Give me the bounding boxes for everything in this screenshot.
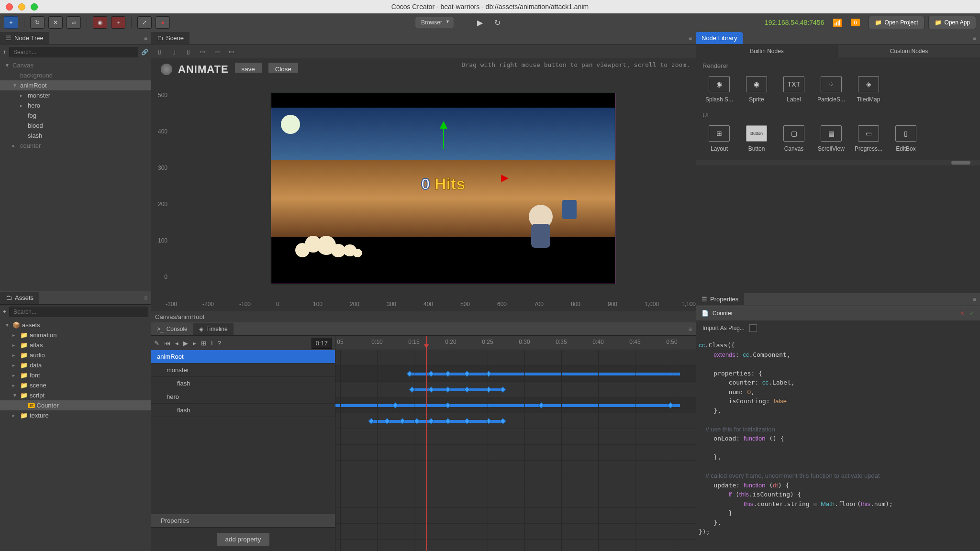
timeline-track[interactable] xyxy=(335,397,696,413)
library-item[interactable]: ⊞Layout xyxy=(701,121,738,156)
assets-tab[interactable]: 🗀 Assets xyxy=(0,292,39,304)
align-left-icon[interactable]: ▯ xyxy=(154,46,165,57)
asset-item[interactable]: ▸📁 atlas xyxy=(0,340,151,350)
asset-item[interactable]: ▸📁 data xyxy=(0,360,151,370)
panel-menu-icon[interactable]: ≡ xyxy=(973,35,976,42)
asset-item[interactable]: ▸📁 texture xyxy=(0,410,151,420)
asset-item[interactable]: JS Counter xyxy=(0,400,151,410)
add-property-button[interactable]: add property xyxy=(216,532,270,546)
rewind-icon[interactable]: ⏮ xyxy=(164,340,170,347)
panel-menu-icon[interactable]: ≡ xyxy=(144,295,147,301)
asset-item[interactable]: ▸📁 scene xyxy=(0,380,151,390)
asset-item[interactable]: ▸📁 animation xyxy=(0,330,151,340)
tree-item[interactable]: ▸hero xyxy=(0,100,151,110)
preview-target-select[interactable]: Browser xyxy=(415,17,454,28)
scene-viewport[interactable]: ANIMATE save Close Drag with right mouse… xyxy=(151,58,696,311)
keyframe[interactable] xyxy=(445,402,451,408)
panel-menu-icon[interactable]: ≡ xyxy=(973,296,976,303)
refresh-icon[interactable]: ↻ xyxy=(30,16,45,29)
align-hcenter-icon[interactable]: ▯ xyxy=(168,46,179,57)
timeline-time[interactable]: 0:17 xyxy=(312,338,332,349)
play-icon[interactable]: ▶ xyxy=(477,18,483,27)
next-frame-icon[interactable]: ▸ xyxy=(193,340,196,347)
timeline-ruler[interactable]: 050:100:150:200:250:300:350:400:450:50 xyxy=(335,336,696,350)
notification-badge[interactable]: 0 xyxy=(851,19,859,26)
add-asset-icon[interactable]: + xyxy=(3,309,6,315)
keyframe[interactable] xyxy=(384,418,390,424)
library-item[interactable]: ▤ScrollView xyxy=(813,121,850,156)
asset-root[interactable]: ▼📦 assets xyxy=(0,320,151,330)
keyframe[interactable] xyxy=(445,386,451,393)
reload-icon[interactable]: ↻ xyxy=(494,18,501,27)
open-project-button[interactable]: 📁Open Project xyxy=(869,16,924,29)
align-right-icon[interactable]: ▯ xyxy=(183,46,193,57)
library-item[interactable]: ◈TiledMap xyxy=(850,72,887,107)
timeline-track[interactable] xyxy=(335,413,696,429)
timeline-tab[interactable]: ◈ Timeline xyxy=(193,323,234,335)
keyframe[interactable] xyxy=(407,371,413,377)
gizmo-x-arrow[interactable] xyxy=(501,175,512,182)
tool-scale-icon[interactable]: ⤢ xyxy=(137,16,152,29)
keyframe[interactable] xyxy=(445,371,451,377)
keyframe[interactable] xyxy=(414,418,420,424)
node-tree-search[interactable] xyxy=(9,47,138,57)
tree-item[interactable]: fog xyxy=(0,110,151,121)
import-plugin-checkbox[interactable] xyxy=(749,324,757,332)
timeline-row[interactable]: flash xyxy=(151,404,335,417)
keyframe[interactable] xyxy=(486,371,492,377)
confirm-icon[interactable]: ✓ xyxy=(969,310,974,317)
keyframe[interactable] xyxy=(486,386,492,393)
asset-item[interactable]: ▼📁 script xyxy=(0,390,151,400)
tree-item[interactable]: ▼Canvas xyxy=(0,60,151,70)
open-app-button[interactable]: 📁Open App xyxy=(928,16,976,29)
crop-icon[interactable]: ✕ xyxy=(48,16,63,29)
add-button[interactable]: + xyxy=(4,16,18,29)
keyframe[interactable] xyxy=(500,418,506,424)
properties-tab[interactable]: ☰ Properties xyxy=(696,293,744,305)
tool-point-icon[interactable]: ◉ xyxy=(93,16,107,29)
timeline-track[interactable] xyxy=(335,350,696,366)
library-item[interactable]: ◉Splash S... xyxy=(701,72,738,107)
tree-item[interactable]: ▸monster xyxy=(0,90,151,100)
event-icon[interactable]: I xyxy=(211,340,213,347)
tree-item[interactable]: blood xyxy=(0,121,151,131)
node-library-tab[interactable]: Node Library xyxy=(696,32,743,44)
panel-menu-icon[interactable]: ≡ xyxy=(689,326,692,332)
edit-icon[interactable]: ✎ xyxy=(154,340,159,347)
tree-item[interactable]: ▸counter xyxy=(0,141,151,151)
keyframe[interactable] xyxy=(445,418,451,424)
library-item[interactable]: ⁘ParticleS... xyxy=(813,72,850,107)
tree-item[interactable]: slash xyxy=(0,131,151,141)
assets-search[interactable] xyxy=(9,307,148,317)
library-item[interactable]: ▯EditBox xyxy=(887,121,924,156)
custom-nodes-tab[interactable]: Custom Nodes xyxy=(838,45,980,57)
panel-menu-icon[interactable]: ≡ xyxy=(689,35,692,42)
library-item[interactable]: TXTLabel xyxy=(775,72,813,107)
tool-rec-icon[interactable]: ● xyxy=(156,16,170,29)
keyframe[interactable] xyxy=(500,386,506,393)
keyframe[interactable] xyxy=(428,418,434,424)
tool-add-icon[interactable]: ＋ xyxy=(111,16,125,29)
console-tab[interactable]: >_ Console xyxy=(151,323,193,335)
help-icon[interactable]: ? xyxy=(218,340,221,347)
library-item[interactable]: ButtonButton xyxy=(738,121,775,156)
library-item[interactable]: ▢Canvas xyxy=(775,121,813,156)
library-scrollbar[interactable] xyxy=(696,160,980,165)
playhead[interactable] xyxy=(426,336,427,551)
timeline-row[interactable]: animRoot xyxy=(151,350,335,364)
add-key-icon[interactable]: ⊞ xyxy=(201,340,206,347)
builtin-nodes-tab[interactable]: Builtin Nodes xyxy=(696,45,838,57)
timeline-row[interactable]: flash xyxy=(151,377,335,390)
timeline-row[interactable]: hero xyxy=(151,390,335,404)
prev-frame-icon[interactable]: ◂ xyxy=(175,340,178,347)
asset-item[interactable]: ▸📁 font xyxy=(0,370,151,380)
rect-icon[interactable]: ▱ xyxy=(67,16,81,29)
keyframe[interactable] xyxy=(538,402,545,408)
scene-tab[interactable]: 🗀 Scene xyxy=(151,32,189,44)
keyframe[interactable] xyxy=(400,418,406,424)
keyframe[interactable] xyxy=(464,371,470,377)
timeline-track[interactable] xyxy=(335,382,696,397)
delete-icon[interactable]: ✕ xyxy=(960,310,965,317)
timeline-row[interactable]: monster xyxy=(151,364,335,377)
align-bottom-icon[interactable]: ▭ xyxy=(226,46,236,57)
